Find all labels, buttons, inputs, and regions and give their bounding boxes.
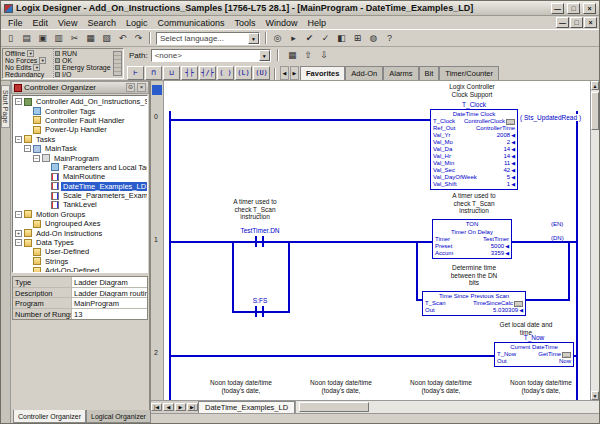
menu-communications[interactable]: Communications — [152, 17, 229, 29]
rung-number[interactable]: 1 — [154, 236, 158, 243]
parameter-value[interactable]: ControllerClock — [464, 118, 505, 125]
tree-item-controller-tags[interactable]: Controller Tags — [13, 106, 147, 115]
new-file-icon[interactable]: ▯ — [3, 31, 18, 45]
expander-icon[interactable]: − — [24, 145, 31, 152]
vertical-scrollbar[interactable]: ▲ ▼ — [590, 81, 599, 400]
browse-button[interactable]: … — [514, 301, 523, 307]
menu-tools[interactable]: Tools — [229, 17, 260, 29]
tree-item-user-defined[interactable]: User-Defined — [13, 247, 147, 256]
tree-item-strings[interactable]: Strings — [13, 257, 147, 266]
rung-1-right-comment[interactable]: A timer used to check T_Scan instruction — [422, 192, 526, 215]
ote-coil-icon[interactable]: ( ) — [217, 66, 234, 80]
path-dropdown-arrow[interactable]: ▼ — [259, 50, 270, 61]
language-select[interactable]: Select language... ▼ — [156, 32, 260, 45]
parameter-value[interactable]: 42 — [503, 167, 510, 174]
forces-status[interactable]: No Forces ▼ — [5, 57, 53, 64]
go-first-rung-icon[interactable]: |◀ — [151, 403, 162, 411]
horizontal-scrollbar[interactable] — [295, 401, 599, 413]
menu-logic[interactable]: Logic — [121, 17, 153, 29]
tree-item-add-on-defined[interactable]: Add-On-Defined — [13, 266, 147, 273]
edits-dropdown-arrow[interactable]: ▼ — [33, 64, 40, 71]
otl-coil-icon[interactable]: (L) — [235, 66, 252, 80]
paste-icon[interactable]: ▧ — [99, 31, 114, 45]
mdi-close-button[interactable]: × — [584, 17, 597, 28]
mode-key-switch-icon[interactable] — [113, 51, 122, 76]
tree-item-tasks[interactable]: −Tasks — [13, 135, 147, 144]
parameter-value[interactable]: TimeSinceCalc — [473, 300, 513, 307]
parameter-value[interactable]: 14 — [503, 146, 510, 153]
property-value[interactable]: Ladder Diagram — [71, 277, 147, 287]
tree-item-add-on-instructions[interactable]: +Add-On Instructions — [13, 228, 147, 237]
maximize-button[interactable]: □ — [567, 3, 580, 14]
tab-favorites[interactable]: Favorites — [300, 66, 345, 80]
close-panel-icon[interactable]: × — [137, 83, 146, 92]
ton-block[interactable]: TONTimer On DelayTimerTestTimerPreset500… — [432, 219, 512, 259]
start-page-tab[interactable]: Start Page — [1, 85, 10, 128]
tab-bit[interactable]: Bit — [419, 66, 440, 80]
rung-1-mid-comment[interactable]: Determine time between the DN bits — [422, 264, 526, 287]
rung-comment[interactable]: Noon today date/time (today's date, — [294, 379, 388, 394]
rung-1-left-comment[interactable]: A timer used to check T_Scan instruction — [200, 198, 310, 221]
new-tag-icon[interactable]: ⊞ — [350, 31, 365, 45]
next-rung-icon[interactable]: ▶ — [175, 403, 186, 411]
mode-dropdown-arrow[interactable]: ▼ — [27, 50, 34, 57]
tab-alarms[interactable]: Alarms — [383, 66, 418, 80]
menu-file[interactable]: File — [3, 17, 28, 29]
parameter-value[interactable]: 2 — [507, 139, 510, 146]
menu-window[interactable]: Window — [260, 17, 302, 29]
browse-button[interactable]: … — [506, 119, 515, 125]
branch-icon[interactable]: ⊓ — [145, 66, 162, 80]
tscan-block[interactable]: Time Since Previous ScanT_ScanTimeSinceC… — [422, 291, 526, 316]
rung-comment[interactable]: Noon today date/time (today's date, — [494, 379, 588, 394]
testtimer-dn-contact-label[interactable]: TestTimer.DN — [220, 227, 300, 234]
mdi-restore-button[interactable]: □ — [570, 17, 583, 28]
language-dropdown-arrow[interactable]: ▼ — [248, 33, 259, 44]
rung-comment[interactable]: Noon today date/time (today's date, — [194, 379, 288, 394]
tree-item-controller-add-on-instructions-samples[interactable]: −Controller Add_On_Instructions_Samples — [13, 97, 147, 106]
parameter-value[interactable]: 5.030309 — [493, 307, 518, 314]
copy-icon[interactable]: ▦ — [83, 31, 98, 45]
help-icon[interactable]: ? — [382, 31, 397, 45]
parameter-value[interactable]: Now — [559, 358, 571, 365]
zoom-icon[interactable]: ◍ — [366, 31, 381, 45]
tree-item-scale-parameters-example[interactable]: Scale_Parameters_Example — [13, 191, 147, 200]
upload-icon[interactable]: ⇧ — [301, 48, 316, 62]
tree-item-mainroutine[interactable]: MainRoutine — [13, 172, 147, 181]
rung-number[interactable]: 2 — [154, 349, 158, 356]
parameter-value[interactable]: 5 — [507, 174, 510, 181]
sfs-contact[interactable] — [255, 306, 264, 317]
tree-item-ungrouped-axes[interactable]: Ungrouped Axes — [13, 219, 147, 228]
tab-scroll-left-icon[interactable]: ◀ — [280, 66, 289, 80]
rung-0-comment[interactable]: Logix Controller Clock Support — [412, 83, 532, 98]
parameter-value[interactable]: 5000 — [491, 243, 504, 250]
t-now-tag[interactable]: T_Now — [494, 334, 574, 341]
mdi-minimize-button[interactable]: — — [556, 17, 569, 28]
menu-help[interactable]: Help — [303, 17, 332, 29]
tree-item-controller-fault-handler[interactable]: Controller Fault Handler — [13, 116, 147, 125]
save-icon[interactable]: ▣ — [35, 31, 50, 45]
parameter-value[interactable]: 11 — [504, 160, 510, 167]
verify-routine-icon[interactable]: ✓ — [318, 31, 333, 45]
path-select[interactable]: <none> ▼ — [151, 49, 271, 62]
tree-item-data-types[interactable]: −Data Types — [13, 238, 147, 247]
redo-icon[interactable]: ↷ — [131, 31, 146, 45]
rung-comment[interactable]: Noon today date/time (today's date, — [394, 379, 488, 394]
close-button[interactable]: × — [583, 3, 596, 14]
property-value[interactable]: MainProgram — [71, 298, 147, 308]
tree-item-datetime-examples-ld[interactable]: DateTime_Examples_LD — [13, 182, 147, 191]
sfs-contact-label[interactable]: S:FS — [220, 297, 300, 304]
current-datetime-block[interactable]: Current DateTimeT_NowGetTime…OutNow — [494, 342, 574, 367]
open-icon[interactable]: ▤ — [19, 31, 34, 45]
menu-view[interactable]: View — [53, 17, 82, 29]
scroll-down-icon[interactable]: ▼ — [591, 391, 599, 400]
prev-rung-icon[interactable]: ◀ — [163, 403, 174, 411]
parameter-value[interactable]: 2008 — [497, 132, 510, 139]
scroll-up-icon[interactable]: ▲ — [591, 81, 599, 90]
otu-coil-icon[interactable]: (U) — [253, 66, 270, 80]
expander-icon[interactable]: − — [15, 98, 22, 105]
mode-status[interactable]: Offline ▼ — [5, 50, 53, 57]
parameter-value[interactable]: 3359 — [491, 250, 504, 257]
edits-status[interactable]: No Edits ▼ — [5, 64, 53, 71]
toggle-bit-icon[interactable]: ◧ — [334, 31, 349, 45]
tree-item-tanklevel[interactable]: TankLevel — [13, 200, 147, 209]
